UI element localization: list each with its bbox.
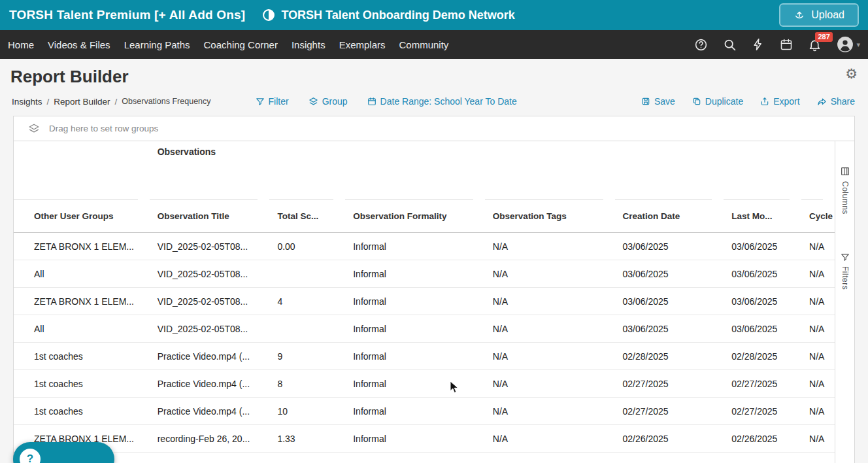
table-cell: N/A <box>801 324 835 334</box>
group-header-row: Observations <box>14 141 835 200</box>
table-cell: 03/06/2025 <box>724 269 801 279</box>
duplicate-button[interactable]: Duplicate <box>692 96 743 107</box>
column-header-row: Other User GroupsObservation TitleTotal … <box>14 200 835 233</box>
table-cell: 1st coaches <box>14 379 150 389</box>
table-cell: VID_2025-02-05T08... <box>150 324 270 334</box>
table-cell: 03/06/2025 <box>615 296 724 307</box>
table-cell: 9 <box>269 351 345 362</box>
share-button[interactable]: Share <box>817 96 855 107</box>
nav-item-exemplars[interactable]: Exemplars <box>339 39 386 50</box>
export-button[interactable]: Export <box>760 96 799 107</box>
side-tab-columns[interactable]: Columns <box>840 166 850 214</box>
table-row[interactable]: ZETA BRONX 1 ELEM...recording-Feb 26, 20… <box>14 425 835 453</box>
network-name: TORSH Talent Onboarding Demo Network <box>281 9 514 22</box>
table-cell: VID_2025-02-05T08... <box>150 269 270 279</box>
table-row[interactable]: 1st coachesPractice Video.mp4 (...9Infor… <box>14 343 835 370</box>
table-cell: Informal <box>345 296 485 307</box>
main-nav: HomeVideos & FilesLearning PathsCoaching… <box>0 30 868 59</box>
side-tab-filters[interactable]: Filters <box>841 252 850 290</box>
lightning-icon[interactable] <box>752 38 765 51</box>
table-cell: ZETA BRONX 1 ELEM... <box>14 296 150 307</box>
breadcrumb-report-builder[interactable]: Report Builder <box>54 97 110 107</box>
table-cell: recording-Feb 26, 20... <box>150 434 270 444</box>
group-header-observations: Observations <box>150 141 270 200</box>
group-header-cell <box>485 141 615 200</box>
settings-gear-icon[interactable]: ⚙ <box>845 67 858 80</box>
nav-item-home[interactable]: Home <box>8 39 34 50</box>
table-cell: 02/26/2025 <box>615 434 724 444</box>
toolbar-right: Save Duplicate Export Share <box>641 96 855 107</box>
grid-side-tabs: ColumnsFilters <box>835 141 854 463</box>
col-header-creation-date[interactable]: Creation Date <box>615 211 724 221</box>
table-row[interactable]: ZETA BRONX 1 ELEM...VID_2025-02-05T08...… <box>14 233 835 260</box>
help-icon[interactable] <box>694 38 708 52</box>
col-header-total-sc[interactable]: Total Sc... <box>269 211 345 221</box>
table-cell: N/A <box>801 351 835 362</box>
col-header-observation-tags[interactable]: Observation Tags <box>485 211 615 221</box>
table-row[interactable]: ZETA BRONX 1 ELEM...VID_2025-02-05T08...… <box>14 288 835 315</box>
nav-items: HomeVideos & FilesLearning PathsCoaching… <box>8 39 448 50</box>
filter-button[interactable]: Filter <box>256 96 289 107</box>
nav-item-insights[interactable]: Insights <box>292 39 326 50</box>
table-cell: 03/06/2025 <box>724 296 801 307</box>
table-cell: N/A <box>485 241 615 252</box>
calendar-icon[interactable] <box>780 38 793 51</box>
nav-item-learning-paths[interactable]: Learning Paths <box>124 39 190 50</box>
col-header-observation-formality[interactable]: Observation Formality <box>345 211 485 221</box>
filter-icon <box>841 252 850 262</box>
table-cell: N/A <box>801 406 835 417</box>
nav-item-videos-files[interactable]: Videos & Files <box>48 39 110 50</box>
table-row[interactable]: 1st coachesPractice Video.mp4 (...10Info… <box>14 398 835 425</box>
search-icon[interactable] <box>723 38 737 52</box>
brand-title: TORSH Talent Premium [+ All Add Ons] <box>9 8 245 22</box>
table-cell: Informal <box>345 351 485 362</box>
layers-icon <box>28 123 40 135</box>
table-row[interactable]: 1st coachesPractice Video.mp4 (...8Infor… <box>14 370 835 398</box>
table-cell: 4 <box>269 296 345 307</box>
table-cell: N/A <box>485 351 615 362</box>
network-title: TORSH Talent Onboarding Demo Network <box>262 9 514 22</box>
nav-item-community[interactable]: Community <box>399 39 449 50</box>
col-header-other-user-groups[interactable]: Other User Groups <box>14 211 150 221</box>
columns-icon <box>840 166 850 177</box>
table-row[interactable]: AllVID_2025-02-05T08...InformalN/A03/06/… <box>14 315 835 343</box>
col-header-cycle[interactable]: Cycle <box>801 211 835 221</box>
chat-launcher[interactable]: ? <box>13 442 114 463</box>
grid-rows: ZETA BRONX 1 ELEM...VID_2025-02-05T08...… <box>14 233 835 453</box>
table-row[interactable]: AllVID_2025-02-05T08...InformalN/A03/06/… <box>14 260 835 288</box>
table-cell: Practice Video.mp4 (... <box>150 406 270 417</box>
breadcrumb-insights[interactable]: Insights <box>12 97 42 107</box>
date-range-button[interactable]: Date Range: School Year To Date <box>367 96 517 107</box>
nav-icons: 287 ▾ <box>694 36 860 53</box>
table-cell: 1st coaches <box>14 406 150 417</box>
breadcrumb-current: Observations Frequency <box>122 97 210 106</box>
table-cell: 10 <box>269 406 345 417</box>
grid-main: Observations Other User GroupsObservatio… <box>14 141 835 463</box>
user-menu[interactable]: ▾ <box>837 36 860 53</box>
table-cell: VID_2025-02-05T08... <box>150 296 270 307</box>
topbar: TORSH Talent Premium [+ All Add Ons] TOR… <box>0 0 868 30</box>
upload-label: Upload <box>811 9 844 21</box>
toolbar-left: Filter Group Date Range: School Year To … <box>256 96 517 107</box>
report-grid: Drag here to set row groups Observations… <box>13 116 855 463</box>
group-header-cell <box>345 141 485 200</box>
side-tab-label: Filters <box>841 266 850 290</box>
nav-item-coaching-corner[interactable]: Coaching Corner <box>204 39 278 50</box>
col-header-last-mo[interactable]: Last Mo... <box>724 211 801 221</box>
col-header-observation-title[interactable]: Observation Title <box>150 211 270 221</box>
table-cell: 1.33 <box>269 434 345 444</box>
table-cell: 02/27/2025 <box>615 406 724 417</box>
table-cell: 02/26/2025 <box>724 434 801 444</box>
table-cell: 8 <box>269 379 345 389</box>
notifications-bell-icon[interactable]: 287 <box>808 38 822 52</box>
upload-icon <box>793 9 805 21</box>
table-cell: N/A <box>801 269 835 279</box>
group-header-cell <box>615 141 724 200</box>
upload-button[interactable]: Upload <box>779 3 859 27</box>
table-cell: Practice Video.mp4 (... <box>150 351 270 362</box>
save-button[interactable]: Save <box>641 96 675 107</box>
group-button[interactable]: Group <box>309 96 348 107</box>
row-group-drop-zone[interactable]: Drag here to set row groups <box>14 116 854 141</box>
table-cell: N/A <box>485 269 615 279</box>
table-cell: VID_2025-02-05T08... <box>150 241 270 252</box>
